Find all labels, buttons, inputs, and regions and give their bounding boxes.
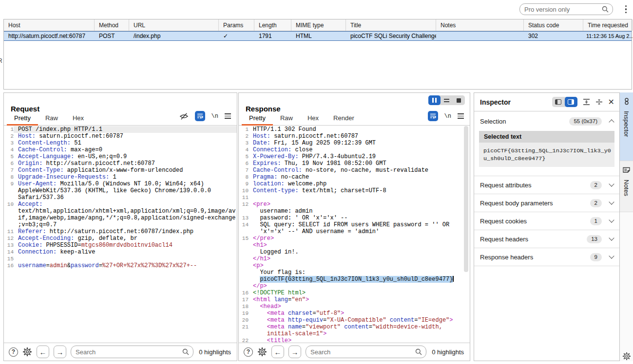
code-line: 8Pragma: no-cache [239,174,470,181]
code-line: 13 password: ' OR 'x'='x' -- [239,215,470,221]
tab-pretty[interactable]: Pretty [7,111,38,126]
filter-search-input[interactable] [520,6,602,13]
code-line: 11 [239,194,470,201]
wrap-toggle-button[interactable] [195,111,205,121]
code-line: 13Cookie: PHPSESSID=mtgcs860mrdvdboitnvi… [4,242,237,249]
tab-raw[interactable]: Raw [38,111,65,126]
column-header[interactable]: Time requested [583,19,633,31]
response-search-box[interactable] [306,346,426,358]
section-label: Request headers [480,236,587,243]
code-line: 6Expires: Thu, 19 Nov 1981 08:52:00 GMT [239,160,470,167]
response-search-input[interactable] [306,348,415,356]
table-cell: http://saturn.picoctf.net:60787 [4,33,95,39]
section-badge: 2 [590,181,602,189]
dock-right-button[interactable] [565,97,577,107]
code-line: ;v=b3;q=0.7 [4,221,237,228]
chevron-down-icon [609,181,614,186]
code-line: 10Accept: [4,201,237,208]
column-header[interactable]: Host [4,19,95,31]
column-header[interactable]: Title [346,19,436,31]
help-icon[interactable]: ? [244,347,253,357]
settings-icon[interactable] [22,347,32,357]
section-label: Request attributes [480,182,590,189]
inspector-section-response-headers[interactable]: Response headers9 [474,248,619,266]
code-line: Your flag is: [239,269,470,276]
code-line: 3Date: Fri, 15 Aug 2025 09:12:39 GMT [239,140,470,146]
request-editor[interactable]: 1POST /index.php HTTP/1.12Host: saturn.p… [4,126,237,342]
tab-render[interactable]: Render [326,111,362,126]
request-search-box[interactable] [71,346,193,358]
menu-icon[interactable] [458,113,464,119]
hide-icon[interactable] [179,112,189,120]
inspector-layout-toggle [552,97,577,107]
inspector-section-request-headers[interactable]: Request headers13 [474,230,619,248]
prev-match-button[interactable]: ← [271,346,284,358]
code-line: 19 <meta charset="utf-8"> [239,310,470,317]
table-cell: HTML [291,33,346,39]
code-line: 'x'='x' --' AND username = 'admin' [239,228,470,235]
menu-icon[interactable] [225,113,231,119]
close-icon[interactable]: ✕ [608,97,614,107]
request-highlights-count: 0 highlights [198,348,232,356]
tab-raw[interactable]: Raw [273,111,300,126]
newline-toggle[interactable]: \n [444,113,451,120]
search-icon [602,6,609,13]
next-match-button[interactable]: → [288,346,301,358]
next-match-button[interactable]: → [54,346,66,358]
response-editor[interactable]: 1HTTP/1.1 302 Found2Host: saturn.picoctf… [239,126,470,342]
column-header[interactable]: Length [254,19,291,31]
code-line: 15 [4,255,237,262]
code-line: 12Accept-Encoding: gzip, deflate, br [4,235,237,242]
column-header[interactable]: Params [219,19,254,31]
code-line: 16<!DOCTYPE html> [239,290,470,296]
collapse-all-icon[interactable] [595,98,603,106]
code-line: 14 SQL query: SELECT id FROM users WHERE… [239,221,470,228]
newline-toggle[interactable]: \n [211,113,218,120]
code-line: text/html,application/xhtml+xml,applicat… [4,208,237,215]
column-header[interactable]: Method [95,19,129,31]
inspector-section-request-attributes[interactable]: Request attributes2 [474,176,619,194]
expand-all-icon[interactable] [583,98,590,106]
code-line: 18 <head> [239,303,470,310]
tab-pretty[interactable]: Pretty [242,111,273,126]
section-badge: 2 [590,199,602,207]
code-line: 9User-Agent: Mozilla/5.0 (Windows NT 10.… [4,181,237,187]
selection-body: Selected text picoCTF{G3tting_5QL_1nJ3c7… [474,131,619,176]
code-line: 21 <meta name="viewport" content="width=… [239,324,470,330]
code-line: AppleWebKit/537.36 (KHTML, like Gecko) C… [4,187,237,194]
table-header-row: HostMethodURLParamsLengthMIME typeTitleN… [4,19,632,31]
rail-tab-inspector[interactable]: Inspector [620,92,633,161]
kebab-menu-icon[interactable] [625,5,627,13]
code-line: 1POST /index.php HTTP/1.1 [4,126,237,133]
column-header[interactable]: Status code [524,19,583,31]
table-cell: 11:12:36 15 Aug 2... [583,33,633,39]
filter-search-box[interactable] [519,3,613,15]
table-cell: picoCTF SQLi Security Challenge [346,33,436,39]
rail-tab-label: Inspector [623,111,630,137]
column-header[interactable]: URL [129,19,219,31]
notes-icon [623,166,631,174]
code-line: picoCTF{G3tting_5QL_1nJ3c7ION_l1k3_y0u_s… [239,276,470,283]
settings-icon[interactable] [622,352,631,361]
inspector-section-request-cookies[interactable]: Request cookies1 [474,212,619,230]
search-icon [182,348,189,355]
table-row[interactable]: http://saturn.picoctf.net:60787POST/inde… [4,31,632,41]
dock-left-button[interactable] [552,97,565,107]
request-search-input[interactable] [71,348,182,356]
selection-section-header[interactable]: Selection 55 (0x37) [474,111,619,131]
side-rail: Inspector Notes [620,92,633,361]
scrollbar[interactable] [464,126,468,272]
wrap-toggle-button[interactable] [428,111,438,121]
column-header[interactable]: MIME type [291,19,346,31]
rail-tab-notes[interactable]: Notes [620,161,633,212]
inspector-section-request-body-parameters[interactable]: Request body parameters2 [474,194,619,212]
settings-icon[interactable] [257,347,267,357]
chevron-down-icon [609,217,614,222]
code-line: 15</pre> [239,235,470,242]
help-icon[interactable]: ? [9,347,18,357]
chevron-down-icon [609,199,614,204]
prev-match-button[interactable]: ← [37,346,49,358]
column-header[interactable]: Notes [436,19,524,31]
tab-hex[interactable]: Hex [65,111,91,126]
tab-hex[interactable]: Hex [300,111,326,126]
